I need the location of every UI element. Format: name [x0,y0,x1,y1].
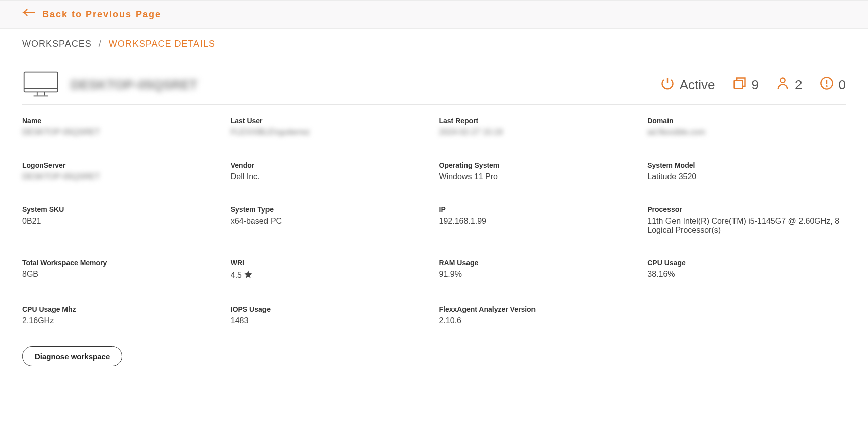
workspace-header: DESKTOP-05QSRET Active 9 2 [22,70,846,105]
workspace-icon [22,70,59,99]
label-domain: Domain [647,117,846,125]
breadcrumb: WORKSPACES / WORKSPACE DETAILS [22,39,846,49]
field-cpu-usage-mhz: CPU Usage Mhz 2.16GHz [22,305,221,325]
field-cpu-usage: CPU Usage 38.16% [647,259,846,281]
back-link[interactable]: Back to Previous Page [22,8,161,21]
breadcrumb-separator: / [99,39,102,49]
field-last-report: Last Report 2024-02-27 15:19 [439,117,638,137]
user-icon [776,76,790,94]
back-arrow-icon [22,8,35,21]
breadcrumb-current: WORKSPACE DETAILS [109,39,215,49]
workspace-title: DESKTOP-05QSRET [71,77,197,93]
field-system-sku: System SKU 0B21 [22,205,221,235]
label-wri: WRI [231,259,429,267]
sessions-count: 9 [752,77,759,93]
info-grid: Name DESKTOP-05QSRET Last User FLEXXIBLE… [22,117,846,325]
label-cpu-usage: CPU Usage [647,259,846,267]
power-icon [660,76,675,94]
value-wri: 4.5 [231,271,242,280]
value-logon-server: DESKTOP-05QSRET [22,172,221,181]
users-count: 2 [795,77,802,93]
value-name: DESKTOP-05QSRET [22,128,221,137]
field-total-memory: Total Workspace Memory 8GB [22,259,221,281]
value-system-type: x64-based PC [231,217,429,226]
label-total-memory: Total Workspace Memory [22,259,221,267]
value-last-report: 2024-02-27 15:19 [439,128,638,137]
field-system-model: System Model Latitude 3520 [647,161,846,181]
field-domain: Domain ad.flexxible.com [647,117,846,137]
field-os: Operating System Windows 11 Pro [439,161,638,181]
field-name: Name DESKTOP-05QSRET [22,117,221,137]
label-name: Name [22,117,221,125]
top-bar: Back to Previous Page [0,0,868,29]
field-ram-usage: RAM Usage 91.9% [439,259,638,281]
breadcrumb-root[interactable]: WORKSPACES [22,39,92,49]
value-last-user: FLEXXIBLE\rgutierrez [231,128,429,137]
label-analyzer-version: FlexxAgent Analyzer Version [439,305,638,313]
label-system-model: System Model [647,161,846,169]
label-iops-usage: IOPS Usage [231,305,429,313]
svg-rect-5 [734,80,742,88]
value-system-sku: 0B21 [22,217,221,226]
svg-point-9 [826,86,827,86]
field-iops-usage: IOPS Usage 1483 [231,305,429,325]
value-iops-usage: 1483 [231,316,429,325]
label-cpu-usage-mhz: CPU Usage Mhz [22,305,221,313]
diagnose-workspace-button[interactable]: Diagnose workspace [22,346,122,366]
field-vendor: Vendor Dell Inc. [231,161,429,181]
users-stat: 2 [776,76,802,94]
field-last-user: Last User FLEXXIBLE\rgutierrez [231,117,429,137]
value-os: Windows 11 Pro [439,172,638,181]
svg-point-6 [780,78,785,83]
alert-icon [820,76,834,94]
field-logon-server: LogonServer DESKTOP-05QSRET [22,161,221,181]
label-last-report: Last Report [439,117,638,125]
field-processor: Processor 11th Gen Intel(R) Core(TM) i5-… [647,205,846,235]
label-os: Operating System [439,161,638,169]
field-wri: WRI 4.5 [231,259,429,281]
star-icon [244,270,253,281]
label-vendor: Vendor [231,161,429,169]
alerts-stat: 0 [820,76,846,94]
value-cpu-usage: 38.16% [647,270,846,279]
value-processor: 11th Gen Intel(R) Core(TM) i5-1145G7 @ 2… [647,217,846,235]
value-total-memory: 8GB [22,270,221,279]
value-vendor: Dell Inc. [231,172,429,181]
value-system-model: Latitude 3520 [647,172,846,181]
label-ip: IP [439,205,638,214]
sessions-stat: 9 [732,76,759,94]
label-last-user: Last User [231,117,429,125]
field-analyzer-version: FlexxAgent Analyzer Version 2.10.6 [439,305,638,325]
value-ram-usage: 91.9% [439,270,638,279]
value-cpu-usage-mhz: 2.16GHz [22,316,221,325]
label-system-type: System Type [231,205,429,214]
value-analyzer-version: 2.10.6 [439,316,638,325]
status-text: Active [680,77,715,93]
alerts-count: 0 [839,77,846,93]
sessions-icon [732,76,747,94]
field-ip: IP 192.168.1.99 [439,205,638,235]
label-ram-usage: RAM Usage [439,259,638,267]
status-indicator: Active [660,76,715,94]
field-system-type: System Type x64-based PC [231,205,429,235]
label-processor: Processor [647,205,846,214]
label-logon-server: LogonServer [22,161,221,169]
label-system-sku: System SKU [22,205,221,214]
back-link-label: Back to Previous Page [42,9,161,20]
value-domain: ad.flexxible.com [647,128,846,137]
value-ip: 192.168.1.99 [439,217,638,226]
